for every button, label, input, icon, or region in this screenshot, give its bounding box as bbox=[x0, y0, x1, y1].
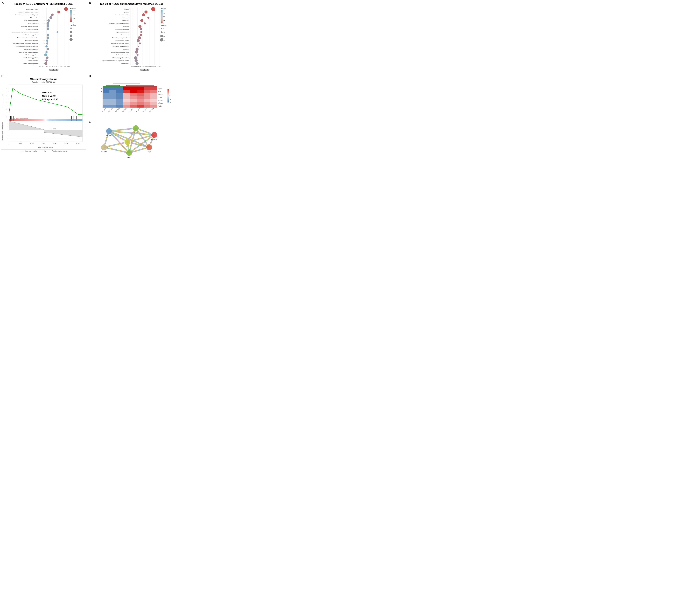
svg-rect-302 bbox=[144, 93, 150, 96]
svg-text:2: 2 bbox=[164, 28, 164, 29]
svg-text:0.8: 0.8 bbox=[7, 88, 8, 89]
svg-rect-326 bbox=[144, 102, 150, 105]
svg-text:4: 4 bbox=[73, 31, 74, 33]
svg-text:Leishmaniasis: Leishmaniasis bbox=[121, 34, 129, 36]
svg-rect-318 bbox=[144, 99, 150, 102]
svg-point-143 bbox=[136, 39, 140, 42]
svg-text:Herpes simplex infection: Herpes simplex infection bbox=[116, 40, 129, 42]
svg-rect-297 bbox=[109, 93, 116, 96]
svg-text:0.07: 0.07 bbox=[146, 66, 148, 67]
svg-text:-2: -2 bbox=[170, 102, 171, 103]
svg-text:0.3: 0.3 bbox=[7, 105, 8, 106]
svg-text:AMPK signaling pathway: AMPK signaling pathway bbox=[23, 63, 39, 65]
svg-rect-327 bbox=[150, 102, 157, 105]
svg-text:Hsd17b7: Hsd17b7 bbox=[151, 139, 157, 140]
svg-text:19: 19 bbox=[164, 32, 165, 33]
svg-point-88 bbox=[70, 27, 72, 29]
svg-text:0: 0 bbox=[170, 95, 170, 97]
svg-point-155 bbox=[134, 56, 137, 59]
svg-point-145 bbox=[139, 42, 141, 44]
svg-text:Steroid biosynthesis: Steroid biosynthesis bbox=[26, 8, 39, 10]
svg-point-460 bbox=[146, 144, 152, 150]
svg-text:-3: -3 bbox=[7, 138, 8, 140]
svg-rect-309 bbox=[137, 96, 144, 99]
svg-rect-316 bbox=[130, 99, 137, 102]
svg-text:0.5: 0.5 bbox=[7, 98, 8, 100]
panel-e-label: E bbox=[89, 120, 91, 123]
panel-c-label: C bbox=[1, 75, 3, 77]
svg-text:Synthesis and degradation of k: Synthesis and degradation of ketone bodi… bbox=[12, 31, 39, 33]
svg-text:0.7: 0.7 bbox=[7, 91, 8, 93]
svg-point-131 bbox=[144, 22, 146, 24]
svg-text:0.2: 0.2 bbox=[56, 66, 58, 67]
svg-rect-273 bbox=[137, 86, 144, 87]
svg-text:55: 55 bbox=[164, 39, 165, 41]
svg-point-123 bbox=[145, 10, 148, 14]
svg-rect-319 bbox=[150, 99, 157, 102]
svg-text:NOM p-val=0: NOM p-val=0 bbox=[42, 95, 56, 97]
svg-text:Toxoplasmosis: Toxoplasmosis bbox=[121, 63, 129, 65]
svg-text:0.35: 0.35 bbox=[67, 66, 70, 67]
svg-text:Ranked list metric (Signal2Noi: Ranked list metric (Signal2Noise) bbox=[2, 122, 3, 141]
svg-point-149 bbox=[135, 48, 139, 51]
svg-rect-293 bbox=[137, 90, 144, 93]
svg-text:SCL_KD5: SCL_KD5 bbox=[135, 107, 140, 113]
svg-text:0.05: 0.05 bbox=[73, 18, 75, 19]
svg-text:SCL_KD2: SCL_KD2 bbox=[122, 107, 127, 113]
svg-text:Ovarian steroidogenesis: Ovarian steroidogenesis bbox=[24, 49, 39, 50]
svg-text:Kaposi sarcoma-associated herp: Kaposi sarcoma-associated herpesvirus in… bbox=[102, 60, 129, 62]
svg-text:Bile secretion: Bile secretion bbox=[30, 17, 39, 19]
panel-b-label: B bbox=[89, 1, 91, 4]
svg-text:0.10: 0.10 bbox=[153, 66, 155, 67]
svg-text:Cyp51: Cyp51 bbox=[133, 132, 138, 134]
svg-point-147 bbox=[138, 46, 139, 47]
svg-text:10,000: 10,000 bbox=[30, 143, 34, 144]
svg-text:0.3: 0.3 bbox=[163, 13, 165, 14]
svg-text:0.5: 0.5 bbox=[163, 9, 165, 11]
panel-d-label: D bbox=[89, 75, 91, 77]
panel-d: D SCL_SD1SCL_SD2SCL_SD3SCL_KD2SCL_KD1SCL… bbox=[88, 73, 175, 119]
legend-enrichment-line bbox=[21, 151, 24, 151]
svg-point-127 bbox=[147, 17, 149, 19]
svg-rect-305 bbox=[109, 96, 116, 99]
svg-text:3: 3 bbox=[8, 120, 8, 122]
svg-text:0.15: 0.15 bbox=[52, 66, 55, 67]
svg-text:7: 7 bbox=[73, 39, 74, 41]
svg-text:Msmo1: Msmo1 bbox=[158, 99, 163, 101]
svg-rect-300 bbox=[130, 93, 137, 96]
svg-text:0.08: 0.08 bbox=[148, 66, 151, 67]
panel-a: A Top 20 of KEGG enrichment (up regulate… bbox=[0, 0, 88, 73]
svg-text:0.12: 0.12 bbox=[158, 66, 160, 67]
svg-point-458 bbox=[151, 132, 157, 138]
svg-text:2: 2 bbox=[73, 28, 74, 29]
svg-text:37: 37 bbox=[164, 35, 165, 37]
svg-point-175 bbox=[160, 35, 163, 38]
svg-rect-272 bbox=[130, 86, 137, 87]
svg-text:Dhcr24: Dhcr24 bbox=[101, 151, 106, 153]
svg-text:0: 0 bbox=[8, 129, 8, 131]
svg-rect-320 bbox=[103, 102, 109, 105]
svg-text:5,000: 5,000 bbox=[19, 143, 22, 144]
svg-text:SCL_KD3: SCL_KD3 bbox=[142, 107, 147, 113]
svg-point-173 bbox=[161, 31, 162, 33]
svg-point-171 bbox=[161, 28, 162, 29]
svg-rect-313 bbox=[109, 99, 116, 102]
svg-text:Fdft1: Fdft1 bbox=[125, 146, 129, 147]
svg-rect-303 bbox=[150, 93, 157, 96]
svg-text:-2: -2 bbox=[7, 135, 8, 137]
svg-rect-332 bbox=[130, 105, 137, 107]
svg-point-464 bbox=[101, 144, 107, 150]
svg-text:Ribosome: Ribosome bbox=[124, 8, 129, 10]
svg-point-133 bbox=[138, 25, 141, 28]
svg-text:NSE=1.62: NSE=1.62 bbox=[42, 91, 52, 94]
svg-rect-294 bbox=[144, 90, 150, 93]
svg-text:Padjust: Padjust bbox=[70, 8, 76, 10]
svg-text:2: 2 bbox=[170, 88, 170, 90]
svg-text:Necroptosis: Necroptosis bbox=[123, 49, 129, 50]
svg-rect-324 bbox=[130, 102, 137, 105]
svg-text:0.1: 0.1 bbox=[49, 66, 51, 67]
svg-text:25,000: 25,000 bbox=[65, 143, 68, 144]
svg-text:Phagosome: Phagosome bbox=[122, 26, 129, 27]
svg-text:Butanoate metabolism: Butanoate metabolism bbox=[25, 40, 39, 42]
svg-text:0.4: 0.4 bbox=[7, 102, 8, 103]
